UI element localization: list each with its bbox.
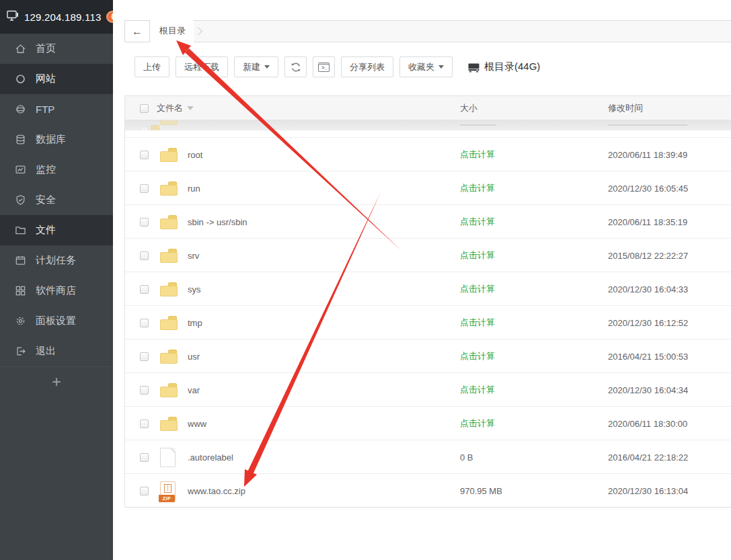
partially-scrolled-row — [125, 120, 731, 130]
row-checkbox[interactable] — [140, 474, 149, 508]
favorites-button[interactable]: 收藏夹 — [399, 56, 453, 77]
sidebar-item-label: 面板设置 — [36, 315, 76, 327]
zip-file-icon: ZIP — [160, 481, 176, 501]
disk-usage-label[interactable]: 根目录(44G) — [468, 61, 540, 73]
server-ip: 129.204.189.113 — [24, 11, 102, 23]
sidebar-item-4[interactable]: 数据库 — [0, 124, 113, 155]
file-mtime: 2020/12/30 16:04:33 — [608, 272, 688, 306]
table-row[interactable]: var点击计算2020/12/30 16:04:34 — [125, 372, 731, 406]
column-header-name[interactable]: 文件名 — [157, 96, 194, 120]
file-name[interactable]: www — [188, 407, 206, 440]
file-name[interactable]: www.tao.cc.zip — [188, 474, 245, 508]
plus-icon: + — [52, 372, 61, 391]
row-checkbox[interactable] — [140, 306, 149, 339]
appstore-icon — [15, 285, 26, 296]
table-row[interactable]: root点击计算2020/06/11 18:39:49 — [125, 137, 731, 171]
row-checkbox[interactable] — [140, 407, 149, 440]
table-row[interactable]: sbin -> usr/sbin点击计算2020/06/11 18:35:19 — [125, 204, 731, 238]
sidebar-item-label: 计划任务 — [36, 254, 76, 267]
share-list-button[interactable]: 分享列表 — [341, 56, 393, 77]
server-monitor-icon — [7, 10, 20, 24]
file-mtime: 2015/08/12 22:22:27 — [608, 239, 688, 272]
size-calculate-link[interactable]: 点击计算 — [460, 407, 495, 440]
bt-panel-file-manager: 129.204.189.113 0 首页网站FTP数据库监控安全文件计划任务软件… — [0, 0, 731, 560]
row-checkbox[interactable] — [140, 272, 149, 306]
sidebar-item-7[interactable]: 文件 — [0, 215, 113, 245]
sidebar-item-11[interactable]: 退出 — [0, 336, 113, 366]
website-icon — [15, 73, 26, 85]
refresh-button[interactable] — [284, 56, 307, 77]
sort-caret-icon — [187, 106, 194, 110]
upload-button[interactable]: 上传 — [134, 56, 169, 77]
table-row[interactable]: run点击计算2020/12/30 16:05:45 — [125, 171, 731, 204]
file-name[interactable]: root — [188, 138, 202, 171]
file-mtime: 2020/06/11 18:39:49 — [608, 138, 687, 171]
sidebar-item-label: 网站 — [36, 73, 56, 85]
file-name[interactable]: sbin -> usr/sbin — [188, 205, 247, 239]
sidebar-item-10[interactable]: 面板设置 — [0, 306, 113, 336]
file-name[interactable]: run — [188, 171, 200, 205]
sidebar-item-3[interactable]: FTP — [0, 94, 113, 124]
terminal-button[interactable]: >_ — [313, 56, 335, 77]
size-calculate-link[interactable]: 点击计算 — [460, 138, 495, 171]
size-calculate-link[interactable]: 点击计算 — [460, 339, 495, 373]
logout-icon — [15, 346, 26, 357]
row-checkbox[interactable] — [140, 205, 149, 239]
file-name[interactable]: usr — [188, 339, 200, 373]
terminal-icon: >_ — [318, 63, 330, 72]
row-checkbox[interactable] — [140, 373, 149, 407]
sidebar-item-8[interactable]: 计划任务 — [0, 245, 113, 276]
size-calculate-link[interactable]: 点击计算 — [460, 205, 495, 239]
refresh-icon — [291, 62, 301, 73]
sidebar-item-2[interactable]: 网站 — [0, 64, 113, 94]
sidebar-item-label: 数据库 — [36, 133, 66, 146]
caret-down-icon — [264, 65, 270, 69]
table-row[interactable]: ZIPwww.tao.cc.zip970.95 MB2020/12/30 16:… — [125, 473, 731, 507]
size-calculate-link[interactable]: 点击计算 — [460, 272, 495, 306]
row-checkbox[interactable] — [140, 171, 149, 205]
sidebar-item-6[interactable]: 安全 — [0, 185, 113, 215]
monitor-icon — [15, 164, 26, 175]
folder-icon — [160, 383, 178, 397]
sidebar-add-button[interactable]: + — [0, 366, 113, 396]
row-checkbox[interactable] — [140, 239, 149, 272]
column-header-size[interactable]: 大小 — [460, 96, 477, 120]
table-row[interactable]: www点击计算2020/06/11 18:30:00 — [125, 406, 731, 440]
file-name[interactable]: srv — [188, 239, 199, 272]
remote-download-button[interactable]: 远程下载 — [176, 56, 228, 77]
file-name[interactable]: var — [188, 373, 200, 407]
folder-icon — [15, 225, 26, 236]
size-calculate-link[interactable]: 点击计算 — [460, 306, 495, 339]
row-checkbox[interactable] — [140, 339, 149, 373]
folder-icon — [160, 316, 178, 330]
size-calculate-link[interactable]: 点击计算 — [460, 171, 495, 205]
file-mtime: 2016/04/21 15:00:53 — [608, 339, 688, 373]
file-name[interactable]: sys — [188, 272, 201, 306]
sidebar-item-5[interactable]: 监控 — [0, 155, 113, 185]
size-calculate-link[interactable]: 点击计算 — [460, 373, 495, 407]
server-ip-bar[interactable]: 129.204.189.113 0 — [0, 0, 113, 34]
table-row[interactable]: sys点击计算2020/12/30 16:04:33 — [125, 272, 731, 305]
column-header-mtime[interactable]: 修改时间 — [608, 96, 643, 120]
sidebar-item-label: 安全 — [36, 194, 56, 206]
sidebar-item-label: 软件商店 — [36, 284, 76, 297]
folder-icon — [160, 350, 178, 364]
file-name[interactable]: .autorelabel — [188, 440, 233, 474]
file-toolbar: 上传 远程下载 新建 >_ 分享列表 收藏夹 — [134, 56, 540, 77]
table-row[interactable]: usr点击计算2016/04/21 15:00:53 — [125, 339, 731, 372]
breadcrumb-root[interactable]: 根目录 — [150, 20, 194, 42]
row-checkbox[interactable] — [140, 440, 149, 474]
row-checkbox[interactable] — [140, 138, 149, 171]
file-mtime: 2016/04/21 22:18:22 — [608, 440, 688, 474]
table-row[interactable]: .autorelabel0 B2016/04/21 22:18:22 — [125, 440, 731, 473]
table-row[interactable]: srv点击计算2015/08/12 22:22:27 — [125, 238, 731, 272]
file-name[interactable]: tmp — [188, 306, 202, 339]
sidebar-item-1[interactable]: 首页 — [0, 34, 113, 64]
select-all-checkbox[interactable] — [140, 96, 149, 120]
sidebar-item-9[interactable]: 软件商店 — [0, 276, 113, 306]
new-button[interactable]: 新建 — [234, 56, 278, 77]
table-row[interactable]: tmp点击计算2020/12/30 16:12:52 — [125, 305, 731, 339]
back-button[interactable]: ← — [124, 20, 150, 42]
size-calculate-link[interactable]: 点击计算 — [460, 239, 495, 272]
file-mtime: 2020/12/30 16:13:04 — [608, 474, 688, 508]
